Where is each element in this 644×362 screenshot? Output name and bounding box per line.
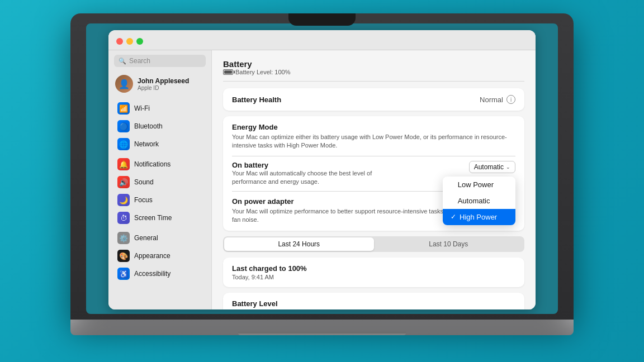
on-battery-label: On battery [232,161,377,169]
notch [288,13,356,26]
energy-title: Energy Mode [232,123,515,131]
dropdown-item-lowpower[interactable]: Low Power [443,177,515,193]
general-icon: ⚙️ [117,232,130,244]
screentime-icon: ⏱ [117,212,130,224]
battery-icon [223,69,233,75]
last-charged-card: Last charged to 100% Today, 9:41 AM [223,258,524,287]
dropdown-arrow-icon: ⌄ [506,164,510,170]
segment-24h[interactable]: Last 24 Hours [224,237,374,251]
battery-level-card: Battery Level 100% [223,293,524,309]
search-box[interactable]: 🔍 Search [114,55,206,67]
health-value: Normal [480,96,503,104]
health-value-group: Normal i [480,95,515,104]
sidebar-item-wifi[interactable]: 📶 Wi-Fi [111,99,209,117]
avatar: 👤 [115,75,133,93]
network-icon: 🌐 [117,138,130,150]
energy-desc: Your Mac can optimize either its battery… [232,133,515,150]
battery-health-row: Battery Health Normal i [232,95,515,104]
laptop-bottom [70,320,574,335]
on-battery-left: On battery Your Mac will automatically c… [232,161,377,187]
energy-section: Energy Mode Your Mac can optimize either… [232,123,515,150]
sidebar-section-prefs: ⚙️ General 🎨 Appearance ♿ Accessibility [108,229,211,283]
time-segment-control: Last 24 Hours Last 10 Days [223,236,524,252]
check-empty-2 [451,197,454,204]
sidebar-label-general: General [134,234,158,242]
sidebar-item-sound[interactable]: 🔊 Sound [111,173,209,191]
sidebar-label-sound: Sound [134,178,154,186]
on-battery-dropdown[interactable]: Automatic ⌄ [469,161,515,173]
sidebar-label-wifi: Wi-Fi [134,104,150,112]
search-input[interactable]: Search [129,57,150,65]
battery-title-section: Battery Battery Level: 100% [223,59,290,75]
sound-icon: 🔊 [117,176,130,188]
panel-title: Battery [223,59,290,69]
last-charged-label: Last charged to 100% [232,264,515,273]
dropdown-item-automatic[interactable]: Automatic [443,193,515,209]
dropdown-item-highpower[interactable]: ✓ High Power [443,209,515,225]
sidebar-item-screentime[interactable]: ⏱ Screen Time [111,209,209,227]
health-info-icon[interactable]: i [506,95,515,104]
sidebar-item-accessibility[interactable]: ♿ Accessibility [111,265,209,283]
user-info: John Appleseed Apple ID [138,77,189,91]
sidebar-item-focus[interactable]: 🌙 Focus [111,191,209,209]
sidebar-item-appearance[interactable]: 🎨 Appearance [111,247,209,265]
dropdown-menu: Low Power Automatic ✓ High Power [443,177,515,225]
title-bar [108,30,536,50]
sidebar-item-bluetooth[interactable]: 🔵 Bluetooth [111,117,209,135]
user-profile[interactable]: 👤 John Appleseed Apple ID [108,72,211,96]
energy-mode-card: Energy Mode Your Mac can optimize either… [223,116,524,231]
accessibility-icon: ♿ [117,268,130,280]
check-selected-icon: ✓ [451,213,456,221]
sidebar-label-accessibility: Accessibility [134,270,171,278]
battery-level-text: Battery Level: 100% [235,69,290,75]
check-empty-1 [451,180,454,188]
battery-level-header: Battery Level: 100% [223,69,290,75]
on-battery-desc: Your Mac will automatically choose the b… [232,169,377,187]
sidebar: 🔍 Search 👤 John Appleseed Apple ID [108,50,212,309]
appearance-icon: 🎨 [117,250,130,262]
sidebar-label-bluetooth: Bluetooth [134,122,163,130]
search-icon: 🔍 [119,58,126,65]
sidebar-item-notifications[interactable]: 🔔 Notifications [111,155,209,173]
dropdown-value: Automatic [474,163,504,171]
main-content: 🔍 Search 👤 John Appleseed Apple ID [108,50,536,309]
sidebar-label-appearance: Appearance [134,252,171,260]
bluetooth-icon: 🔵 [117,120,130,132]
health-label: Battery Health [232,96,281,104]
screen-bezel: 🔍 Search 👤 John Appleseed Apple ID [70,13,574,320]
sidebar-section-connectivity: 📶 Wi-Fi 🔵 Bluetooth 🌐 Network [108,99,211,153]
wifi-icon: 📶 [117,102,130,115]
notifications-icon: 🔔 [117,158,130,170]
sidebar-section-system: 🔔 Notifications 🔊 Sound 🌙 Focus [108,155,211,227]
system-preferences-window: 🔍 Search 👤 John Appleseed Apple ID [108,30,536,309]
sidebar-item-general[interactable]: ⚙️ General [111,229,209,247]
user-apple-id: Apple ID [138,85,189,91]
close-button[interactable] [116,38,123,45]
sidebar-label-screentime: Screen Time [134,214,172,222]
minimize-button[interactable] [126,38,133,45]
sidebar-label-focus: Focus [134,196,153,204]
battery-level-label: Battery Level [232,299,515,308]
maximize-button[interactable] [136,38,143,45]
sidebar-label-notifications: Notifications [134,160,171,168]
traffic-lights [116,38,143,45]
dropdown-label-automatic: Automatic [458,197,490,205]
divider [232,156,515,156]
hinge-bar [238,332,406,335]
screen-area: 🔍 Search 👤 John Appleseed Apple ID [86,23,558,314]
segment-10days[interactable]: Last 10 Days [374,237,524,251]
sidebar-label-network: Network [134,140,159,148]
sidebar-item-network[interactable]: 🌐 Network [111,135,209,153]
detail-panel: Battery Battery Level: 100% Battery Heal… [212,50,536,309]
dropdown-label-lowpower: Low Power [458,180,494,189]
laptop-container: 🔍 Search 👤 John Appleseed Apple ID [70,13,574,349]
dropdown-label-highpower: High Power [460,213,497,221]
focus-icon: 🌙 [117,194,130,206]
user-name: John Appleseed [138,77,189,85]
on-battery-section: On battery Your Mac will automatically c… [232,161,515,187]
battery-health-card: Battery Health Normal i [223,88,524,111]
last-charged-sub: Today, 9:41 AM [232,274,515,280]
battery-header: Battery Battery Level: 100% [223,59,524,82]
